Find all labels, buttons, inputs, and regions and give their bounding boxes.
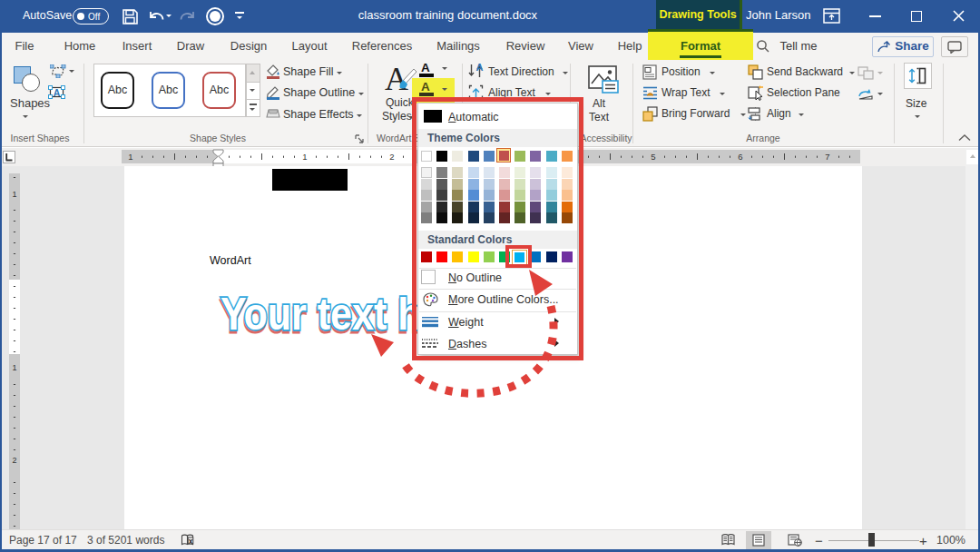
svg-text:A: A — [54, 87, 61, 98]
svg-text:5: 5 — [651, 152, 655, 162]
svg-text:2: 2 — [389, 152, 394, 162]
svg-text:1: 1 — [12, 190, 16, 199]
svg-text:A: A — [476, 63, 484, 73]
svg-text:1: 1 — [12, 363, 16, 372]
svg-text:2: 2 — [12, 456, 16, 465]
svg-text:1: 1 — [128, 152, 132, 162]
svg-text:6: 6 — [738, 152, 742, 162]
svg-text:7: 7 — [825, 152, 829, 162]
svg-text:1: 1 — [302, 152, 307, 162]
